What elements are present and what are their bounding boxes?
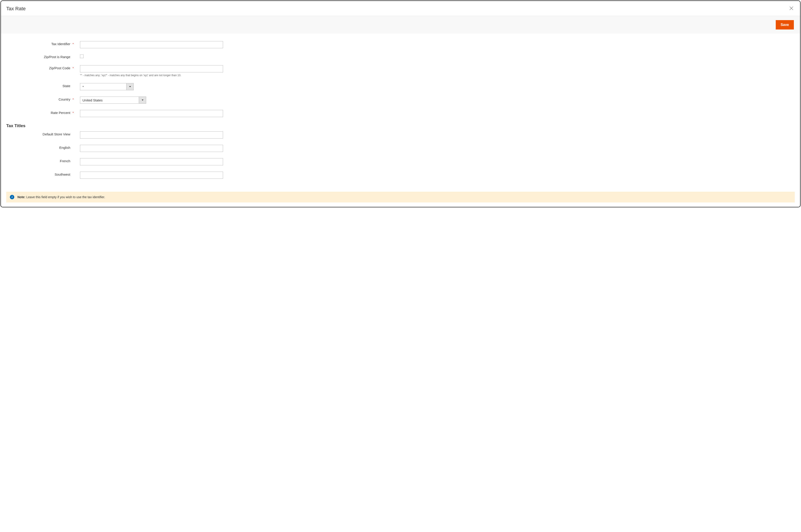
- zip-code-help: '*' - matches any; 'xyz*' - matches any …: [80, 74, 223, 77]
- field-title-french: French *: [6, 158, 795, 165]
- info-icon: i: [10, 195, 14, 199]
- modal-title: Tax Rate: [6, 6, 26, 12]
- label-zip-code: Zip/Post Code *: [6, 65, 80, 70]
- label-southwest: Southwest *: [6, 172, 80, 176]
- state-select[interactable]: *: [80, 83, 134, 90]
- tax-rate-modal: Tax Rate Save Tax Identifier * Zi: [0, 0, 801, 207]
- required-mark: *: [73, 111, 74, 115]
- country-select-value: United States: [80, 97, 139, 103]
- title-french-input[interactable]: [80, 158, 223, 165]
- label-text: Southwest: [55, 172, 70, 176]
- rate-percent-input[interactable]: [80, 110, 223, 117]
- note-text: Leave this field empty if you wish to us…: [26, 195, 105, 199]
- label-text: Tax Identifier: [51, 42, 70, 46]
- label-rate-percent: Rate Percent *: [6, 110, 80, 115]
- title-southwest-input[interactable]: [80, 172, 223, 179]
- note-prefix: Note:: [17, 195, 25, 199]
- zip-is-range-checkbox[interactable]: [80, 55, 83, 58]
- label-text: French: [60, 159, 70, 163]
- svg-marker-2: [129, 86, 131, 87]
- field-title-southwest: Southwest *: [6, 172, 795, 179]
- required-mark: *: [73, 42, 74, 46]
- label-text: Country: [59, 97, 70, 101]
- modal-header: Tax Rate: [1, 1, 800, 16]
- form-content: Tax Identifier * Zip/Post is Range * Zip…: [1, 34, 800, 189]
- label-text: Zip/Post is Range: [44, 55, 70, 59]
- label-country: Country *: [6, 96, 80, 101]
- label-state: State *: [6, 83, 80, 88]
- field-zip-code: Zip/Post Code * '*' - matches any; 'xyz*…: [6, 65, 795, 77]
- note-bar: i Note: Leave this field empty if you wi…: [6, 192, 795, 203]
- tax-titles-heading: Tax Titles: [6, 124, 795, 128]
- tax-identifier-input[interactable]: [80, 41, 223, 48]
- zip-code-input[interactable]: [80, 65, 223, 72]
- label-text: English: [59, 146, 70, 150]
- field-tax-identifier: Tax Identifier *: [6, 41, 795, 48]
- label-text: State: [62, 84, 70, 88]
- label-french: French *: [6, 158, 80, 163]
- chevron-down-icon: [139, 97, 146, 103]
- label-tax-identifier: Tax Identifier *: [6, 41, 80, 46]
- field-zip-is-range: Zip/Post is Range *: [6, 55, 795, 59]
- title-default-store-view-input[interactable]: [80, 131, 223, 138]
- label-text: Zip/Post Code: [49, 66, 70, 70]
- close-icon: [789, 6, 794, 12]
- label-english: English *: [6, 145, 80, 150]
- field-title-default-store-view: Default Store View *: [6, 131, 795, 138]
- country-select[interactable]: United States: [80, 96, 146, 104]
- field-rate-percent: Rate Percent *: [6, 110, 795, 117]
- action-bar: Save: [1, 16, 800, 34]
- field-state: State * *: [6, 83, 795, 90]
- field-title-english: English *: [6, 145, 795, 152]
- close-button[interactable]: [788, 5, 795, 12]
- label-text: Default Store View: [43, 132, 70, 136]
- svg-marker-3: [142, 100, 144, 101]
- state-select-value: *: [80, 83, 126, 90]
- label-zip-is-range: Zip/Post is Range *: [6, 55, 80, 59]
- chevron-down-icon: [126, 83, 133, 90]
- required-mark: *: [73, 98, 74, 101]
- field-country: Country * United States: [6, 96, 795, 104]
- required-mark: *: [73, 66, 74, 70]
- label-text: Rate Percent: [51, 111, 70, 115]
- title-english-input[interactable]: [80, 145, 223, 152]
- save-button[interactable]: Save: [776, 20, 794, 30]
- label-default-store-view: Default Store View *: [6, 131, 80, 136]
